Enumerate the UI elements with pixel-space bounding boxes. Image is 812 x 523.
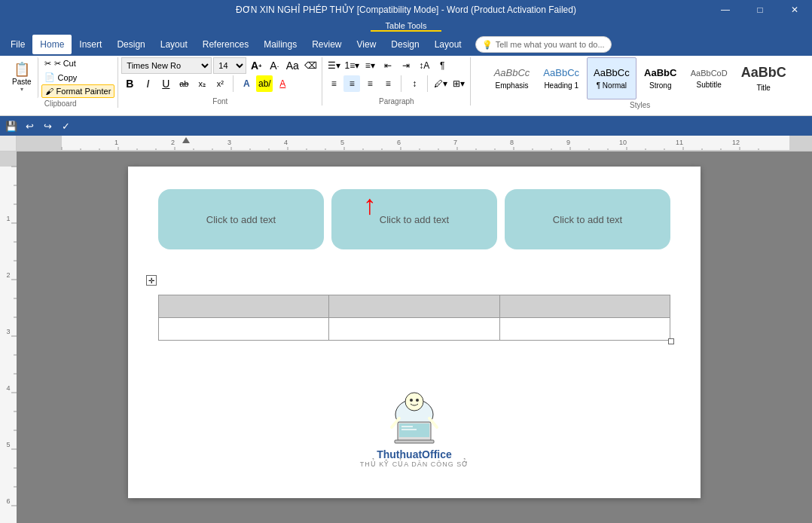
text-effects-button[interactable]: A (238, 75, 255, 92)
italic-button[interactable]: I (139, 75, 156, 92)
align-right-button[interactable]: ≡ (362, 75, 378, 92)
qa-undo-button[interactable]: ↩ (21, 118, 38, 134)
qa-redo-button[interactable]: ↪ (39, 118, 56, 134)
font-size-select[interactable]: 14 (213, 57, 246, 74)
para-divider2 (427, 75, 428, 92)
logo-container: ThuthuatOffice THỦ KỸ CỦA DÂN CÔNG SỞ (158, 388, 670, 468)
menu-table-design[interactable]: Design (383, 35, 426, 54)
paragraph-row1: ☰▾ 1≡▾ ≡▾ ⇤ ⇥ ↕A ¶ (325, 57, 467, 74)
font-name-select[interactable]: Times New Ro (121, 57, 212, 74)
svg-text:8: 8 (510, 139, 514, 146)
highlight-button[interactable]: ab/ (256, 75, 273, 92)
bold-button[interactable]: B (121, 75, 138, 92)
sort-button[interactable]: ↕A (416, 57, 432, 74)
strikethrough-button[interactable]: ab (176, 75, 192, 92)
table-cell-2-1[interactable] (159, 318, 329, 341)
vertical-ruler: 1 2 3 4 5 6 (0, 151, 17, 523)
increase-indent-button[interactable]: ⇥ (398, 57, 414, 74)
menu-mailings[interactable]: Mailings (256, 35, 304, 54)
superscript-button[interactable]: x² (212, 75, 228, 92)
style-strong[interactable]: AaBbC Strong (638, 57, 683, 99)
style-subtitle[interactable]: AaBbCoD Subtitle (685, 57, 734, 99)
maximize-button[interactable]: □ (743, 0, 777, 20)
table-cell-2-3[interactable] (499, 318, 670, 341)
card-row: Click to add text Click to add text Clic… (158, 182, 670, 257)
document-area[interactable]: ↑ Click to add text Click to add text Cl… (17, 151, 812, 523)
paste-dropdown[interactable]: ▾ (20, 86, 23, 93)
format-painter-icon: 🖌 (45, 87, 53, 96)
menu-view[interactable]: View (350, 35, 384, 54)
style-heading1[interactable]: AaBbCc Heading 1 (537, 57, 585, 99)
paste-button[interactable]: 📋 Paste ▾ (6, 57, 38, 98)
close-button[interactable]: ✕ (777, 0, 812, 20)
justify-button[interactable]: ≡ (380, 75, 396, 92)
align-left-button[interactable]: ≡ (325, 75, 342, 92)
card-1[interactable]: Click to add text (158, 189, 324, 249)
style-title[interactable]: AaBbC Title (735, 57, 792, 99)
copy-button[interactable]: 📄 Copy (41, 71, 115, 84)
cut-icon: ✂ (44, 59, 51, 69)
card-3[interactable]: Click to add text (505, 189, 670, 249)
style-normal[interactable]: AaBbCc ¶ Normal (587, 57, 636, 99)
minimize-button[interactable]: — (708, 0, 743, 20)
underline-button[interactable]: U (157, 75, 174, 92)
document-table[interactable] (158, 295, 670, 341)
logo-illustration (377, 388, 452, 448)
table-cell-1-1[interactable] (159, 295, 329, 318)
clear-formatting-button[interactable]: ⌫ (302, 57, 319, 74)
menu-insert[interactable]: Insert (72, 35, 109, 54)
style-emphasis[interactable]: AaBbCc Emphasis (488, 57, 536, 99)
paste-label: Paste (12, 78, 32, 86)
card-2[interactable]: Click to add text (331, 189, 497, 249)
show-formatting-button[interactable]: ¶ (434, 57, 450, 74)
svg-rect-1 (17, 136, 62, 151)
svg-text:1: 1 (6, 215, 10, 222)
table-cell-1-3[interactable] (499, 295, 670, 318)
table-resize-handle[interactable] (668, 338, 674, 344)
paragraph-group: ☰▾ 1≡▾ ≡▾ ⇤ ⇥ ↕A ¶ ≡ ≡ ≡ ≡ ↕ 🖊▾ ⊞▾ Parag… (322, 57, 471, 106)
menu-table-layout[interactable]: Layout (427, 35, 469, 54)
logo-area: ThuthuatOffice THỦ KỸ CỦA DÂN CÔNG SỞ (158, 388, 670, 468)
svg-text:5: 5 (6, 441, 10, 448)
subscript-button[interactable]: x₂ (194, 75, 210, 92)
menu-design[interactable]: Design (109, 35, 152, 54)
menu-file[interactable]: File (3, 35, 32, 54)
window-controls[interactable]: — □ ✕ (708, 0, 812, 20)
svg-text:4: 4 (6, 384, 10, 392)
vertical-ruler-svg: 1 2 3 4 5 6 (0, 151, 17, 523)
line-spacing-button[interactable]: ↕ (406, 75, 423, 92)
menu-references[interactable]: References (195, 35, 256, 54)
bullets-button[interactable]: ☰▾ (325, 57, 342, 74)
table-cell-1-2[interactable] (329, 295, 499, 318)
shading-button[interactable]: 🖊▾ (432, 75, 449, 92)
menu-layout[interactable]: Layout (153, 35, 195, 54)
paragraph-controls: ☰▾ 1≡▾ ≡▾ ⇤ ⇥ ↕A ¶ ≡ ≡ ≡ ≡ ↕ 🖊▾ ⊞▾ (325, 57, 467, 92)
cut-button[interactable]: ✂ ✂ Cut (41, 57, 115, 70)
logo-tagline: THỦ KỸ CỦA DÂN CÔNG SỞ (360, 460, 469, 468)
title-bar: ĐƠN XIN NGHỈ PHÉP THỦY [Compatibility Mo… (0, 0, 812, 20)
qa-save-button[interactable]: 💾 (3, 118, 20, 134)
font-row2: B I U ab x₂ x² A ab/ A (121, 75, 319, 92)
font-grow-button[interactable]: A+ (248, 57, 264, 74)
font-shrink-button[interactable]: A- (266, 57, 282, 74)
menu-home[interactable]: Home (32, 35, 72, 54)
qa-check-button[interactable]: ✓ (57, 118, 74, 134)
svg-rect-0 (17, 136, 812, 151)
style-strong-label: Strong (649, 81, 671, 90)
decrease-indent-button[interactable]: ⇤ (380, 57, 396, 74)
change-case-button[interactable]: Aa (284, 57, 301, 74)
multilevel-button[interactable]: ≡▾ (362, 57, 378, 74)
table-move-handle[interactable]: ✛ (146, 275, 157, 286)
card-3-text: Click to add text (553, 214, 623, 225)
numbering-button[interactable]: 1≡▾ (343, 57, 360, 74)
table-cell-2-2[interactable] (329, 318, 499, 341)
tell-me-bar[interactable]: 💡 Tell me what you want to do... (475, 36, 612, 53)
align-center-button[interactable]: ≡ (343, 75, 360, 92)
svg-text:6: 6 (6, 497, 10, 505)
format-painter-button[interactable]: 🖌 Format Painter (41, 84, 115, 98)
horizontal-ruler: 1 2 3 4 5 6 7 8 9 10 11 12 (17, 136, 812, 151)
style-emphasis-label: Emphasis (496, 81, 529, 90)
borders-button[interactable]: ⊞▾ (450, 75, 467, 92)
menu-review[interactable]: Review (304, 35, 349, 54)
font-color-button[interactable]: A (274, 75, 291, 92)
